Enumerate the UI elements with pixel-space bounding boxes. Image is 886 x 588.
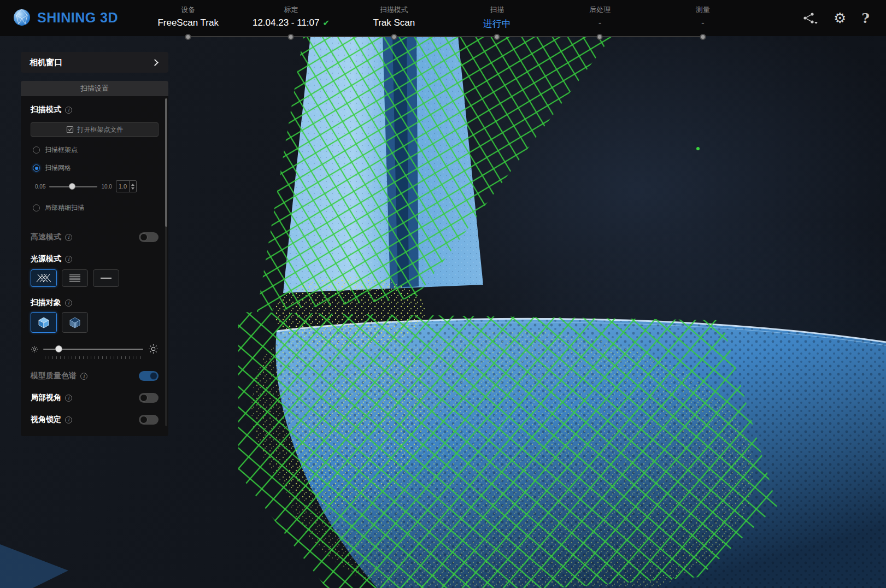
top-bar: SHINING 3D 设备 FreeScan Trak 标定 12.04.23 …	[0, 0, 886, 36]
info-icon[interactable]	[80, 373, 87, 380]
radio-icon	[33, 204, 40, 211]
camera-window-title: 相机窗口	[30, 57, 62, 68]
resolution-input[interactable]: 1.0	[116, 180, 137, 192]
resolution-spinner	[129, 181, 136, 192]
help-icon[interactable]: ?	[861, 11, 870, 25]
light-mode-multiline-button[interactable]	[62, 269, 88, 287]
info-icon[interactable]	[65, 256, 72, 263]
toggle-knob	[140, 233, 148, 241]
workflow-step-post-processing[interactable]: 后处理 -	[548, 0, 651, 36]
radio-label: 扫描网格	[45, 163, 71, 173]
info-icon[interactable]	[65, 416, 72, 424]
step-value: FreeScan Trak	[157, 17, 219, 28]
calibration-success-icon: ✔	[322, 18, 330, 28]
light-source-label: 光源模式	[31, 254, 61, 264]
step-value: Trak Scan	[373, 17, 415, 28]
workflow-step-calibration[interactable]: 标定 12.04.23 - 11:07 ✔	[239, 0, 342, 36]
workflow-step-measurement[interactable]: 测量 -	[652, 0, 754, 36]
step-dot	[597, 34, 603, 40]
light-source-label-row: 光源模式	[31, 254, 159, 264]
view-lock-toggle[interactable]	[139, 415, 159, 425]
quality-map-label: 模型质量色谱	[31, 371, 77, 381]
local-view-row: 局部视角	[31, 393, 159, 403]
brightness-ticks	[45, 356, 142, 359]
step-dot	[700, 34, 706, 40]
brightness-slider[interactable]	[43, 349, 143, 350]
light-mode-crosshatch-button[interactable]	[31, 269, 57, 287]
camera-window-panel[interactable]: 相机窗口	[21, 52, 168, 73]
step-title: 标定	[284, 5, 298, 15]
light-source-options	[31, 269, 159, 287]
info-icon[interactable]	[65, 234, 72, 241]
high-speed-toggle[interactable]	[139, 232, 159, 242]
file-check-icon	[66, 126, 74, 133]
striped-cube-icon	[68, 316, 81, 329]
quality-map-row: 模型质量色谱	[31, 371, 159, 381]
local-view-label: 局部视角	[31, 393, 61, 403]
settings-gear-icon[interactable]: ⚙	[834, 11, 846, 25]
view-lock-label: 视角锁定	[31, 415, 61, 425]
resolution-max: 10.0	[101, 184, 112, 190]
shining3d-logo-icon	[12, 8, 32, 27]
radio-icon	[33, 146, 40, 154]
single-line-icon	[98, 274, 114, 283]
step-value: -	[599, 17, 602, 28]
scan-settings-title: 扫描设置	[21, 81, 168, 96]
workflow-steps: 设备 FreeScan Trak 标定 12.04.23 - 11:07 ✔ 扫…	[137, 0, 754, 36]
toggle-knob	[140, 394, 148, 402]
object-dark-shiny-button[interactable]	[62, 312, 88, 333]
quality-map-toggle[interactable]	[139, 371, 159, 381]
high-speed-mode-row: 高速模式	[31, 232, 159, 242]
info-icon[interactable]	[65, 299, 72, 307]
step-value: 进行中	[483, 17, 511, 30]
step-title: 扫描	[490, 5, 504, 15]
chevron-right-icon	[151, 59, 159, 66]
resolution-value: 1.0	[116, 183, 129, 190]
radio-scan-mesh[interactable]: 扫描网格	[33, 163, 159, 173]
spinner-down-icon[interactable]	[131, 187, 134, 190]
step-title: 测量	[696, 5, 710, 15]
resolution-slider-thumb[interactable]	[69, 183, 75, 190]
workflow-step-device[interactable]: 设备 FreeScan Trak	[137, 0, 239, 36]
radio-local-fine-scan[interactable]: 局部精细扫描	[33, 203, 159, 213]
brightness-slider-row	[31, 344, 159, 354]
panel-scrollbar-thumb[interactable]	[165, 98, 167, 227]
resolution-slider[interactable]	[49, 186, 97, 187]
step-dot	[288, 34, 294, 40]
brightness-slider-thumb[interactable]	[55, 345, 62, 352]
info-icon[interactable]	[65, 395, 72, 402]
scan-object-options	[31, 312, 159, 333]
scan-object-label-row: 扫描对象	[31, 298, 159, 308]
object-general-button[interactable]	[31, 312, 57, 333]
step-value: 12.04.23 - 11:07 ✔	[253, 17, 330, 28]
high-speed-label: 高速模式	[31, 232, 61, 242]
brand-name: SHINING 3D	[37, 10, 118, 26]
scan-settings-panel: 扫描设置 扫描模式 打开框架点文件 扫描框架点 扫描网格 0.05 1	[21, 81, 168, 436]
workflow-progress-line	[188, 36, 702, 37]
view-lock-row: 视角锁定	[31, 415, 159, 425]
info-icon[interactable]	[65, 107, 72, 114]
radio-icon-selected	[33, 164, 40, 172]
step-title: 设备	[181, 5, 195, 15]
share-icon[interactable]	[802, 11, 818, 25]
light-mode-singleline-button[interactable]	[93, 269, 119, 287]
brightness-high-icon	[148, 344, 159, 354]
step-dot	[494, 34, 500, 40]
scan-mode-label: 扫描模式	[31, 105, 61, 115]
calibration-value: 12.04.23 - 11:07	[253, 17, 320, 28]
step-title: 扫描模式	[380, 5, 408, 15]
radio-label: 局部精细扫描	[45, 203, 84, 213]
local-view-toggle[interactable]	[139, 393, 159, 403]
step-dot	[185, 34, 191, 40]
multi-lines-icon	[67, 274, 83, 283]
corner-glow	[0, 544, 68, 588]
radio-scan-frame-points[interactable]: 扫描框架点	[33, 145, 159, 155]
resolution-min: 0.05	[35, 184, 45, 190]
workflow-step-scan[interactable]: 扫描 进行中	[445, 0, 548, 36]
open-frame-file-label: 打开框架点文件	[78, 125, 124, 134]
scan-settings-body: 扫描模式 打开框架点文件 扫描框架点 扫描网格 0.05 10.0 1	[21, 96, 168, 425]
panel-scrollbar[interactable]	[165, 98, 167, 426]
open-frame-file-button[interactable]: 打开框架点文件	[31, 122, 159, 137]
workflow-step-scan-mode[interactable]: 扫描模式 Trak Scan	[343, 0, 445, 36]
spinner-up-icon[interactable]	[131, 184, 134, 186]
